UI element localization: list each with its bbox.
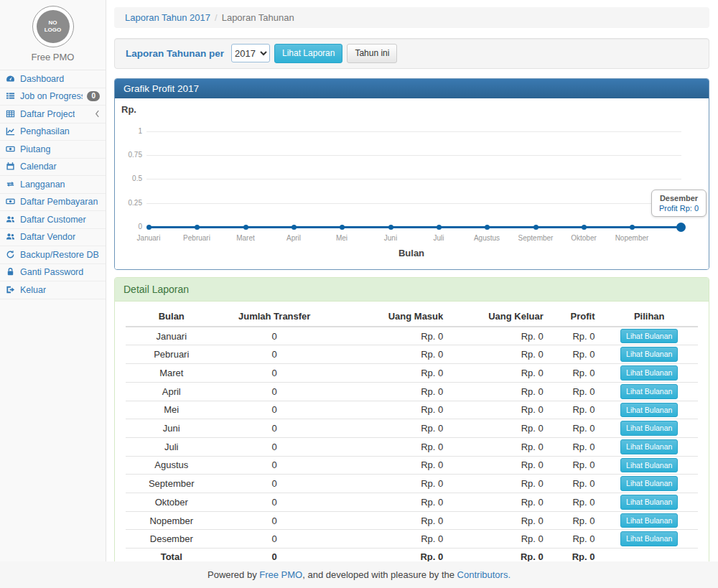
table-header-row: Bulan Jumlah Transfer Uang Masuk Uang Ke… [126, 307, 698, 327]
data-point-juni[interactable] [388, 225, 393, 230]
data-point-september[interactable] [533, 225, 538, 230]
retweet-icon [6, 179, 16, 190]
col-uang-masuk: Uang Masuk [332, 307, 449, 327]
cell-profit: Rp. 0 [549, 530, 601, 549]
cell-bulan: April [126, 382, 218, 401]
breadcrumb-separator: / [215, 12, 218, 23]
sidebar-item-label: Daftar Pembayaran [20, 197, 98, 207]
sidebar-item-daftar-vendor[interactable]: Daftar Vendor [0, 229, 106, 247]
logo-text: NO LOGO [45, 19, 62, 33]
cell-jumlah: 0 [218, 530, 332, 549]
y-tick: 1 [115, 127, 142, 135]
sidebar-item-keluar[interactable]: Keluar [0, 281, 106, 299]
data-point-juli[interactable] [437, 225, 442, 230]
cell-masuk: Rp. 0 [332, 493, 449, 511]
sidebar-item-piutang[interactable]: Piutang [0, 141, 106, 159]
data-point-mei[interactable] [340, 225, 345, 230]
lihat-bulanan-button[interactable]: Lihat Bulanan [620, 531, 678, 546]
lihat-bulanan-button[interactable]: Lihat Bulanan [620, 458, 678, 473]
data-point-nopember[interactable] [630, 225, 635, 230]
tooltip-value: Profit Rp: 0 [659, 204, 699, 213]
sidebar-item-label: Piutang [20, 144, 50, 154]
lihat-bulanan-button[interactable]: Lihat Bulanan [620, 495, 678, 510]
cell-keluar: Rp. 0 [449, 345, 549, 364]
users-icon [6, 232, 16, 242]
y-axis-title: Rp. [121, 104, 136, 115]
profit-series-line [149, 226, 681, 228]
sidebar-item-label: Daftar Vendor [20, 232, 75, 242]
filter-label: Laporan Tahunan per [126, 48, 224, 59]
y-tick: 0.25 [115, 199, 142, 207]
sidebar-item-calendar[interactable]: Calendar [0, 159, 106, 177]
footer-link-contributors[interactable]: Contributors. [457, 569, 510, 580]
users-icon [6, 215, 16, 225]
cell-bulan: September [126, 475, 218, 493]
lihat-bulanan-button[interactable]: Lihat Bulanan [620, 403, 678, 418]
sidebar-item-job-on-progress[interactable]: Job on Progress 0 [0, 88, 106, 106]
logo-area: NO LOGO Free PMO [0, 0, 106, 70]
lihat-bulanan-button[interactable]: Lihat Bulanan [620, 384, 678, 399]
lihat-bulanan-button[interactable]: Lihat Bulanan [620, 347, 678, 362]
sidebar: NO LOGO Free PMO Dashboard Job on Progre… [0, 0, 106, 561]
sidebar-item-ganti-password[interactable]: Ganti Password [0, 264, 106, 282]
sidebar-item-dashboard[interactable]: Dashboard [0, 70, 106, 88]
lihat-bulanan-button[interactable]: Lihat Bulanan [620, 476, 678, 491]
x-tick: Nopember [603, 234, 661, 242]
cell-profit: Rp. 0 [549, 401, 601, 419]
year-select[interactable]: 2017 [231, 44, 270, 62]
lihat-laporan-button[interactable]: Lihat Laporan [274, 44, 342, 63]
lihat-bulanan-button[interactable]: Lihat Bulanan [620, 439, 678, 454]
refresh-icon [6, 250, 16, 260]
cell-masuk: Rp. 0 [332, 475, 449, 493]
data-point-maret[interactable] [243, 225, 248, 230]
col-uang-keluar: Uang Keluar [449, 307, 549, 327]
sidebar-item-penghasilan[interactable]: Penghasilan [0, 123, 106, 141]
breadcrumb: Laporan Tahun 2017/Laporan Tahunan [114, 7, 709, 28]
cell-jumlah: 0 [218, 345, 332, 364]
cell-jumlah: 0 [218, 475, 332, 493]
cell-bulan: Pebruari [126, 345, 218, 364]
sidebar-item-langganan[interactable]: Langganan [0, 176, 106, 194]
data-point-agustus[interactable] [485, 225, 490, 230]
cell-bulan: Maret [126, 364, 218, 383]
breadcrumb-current: Laporan Tahunan [222, 12, 294, 23]
cell-profit: Rp. 0 [549, 419, 601, 438]
dashboard-icon [6, 74, 16, 84]
data-point-oktober[interactable] [582, 225, 587, 230]
sidebar-item-daftar-pembayaran[interactable]: Daftar Pembayaran [0, 194, 106, 212]
cell-bulan: Juni [126, 419, 218, 438]
breadcrumb-link-laporan-tahun[interactable]: Laporan Tahun 2017 [125, 12, 210, 23]
x-axis-title: Bulan [354, 248, 469, 258]
cell-jumlah: 0 [218, 456, 332, 475]
col-bulan: Bulan [126, 307, 218, 327]
y-tick: 0 [115, 223, 142, 230]
lihat-bulanan-button[interactable]: Lihat Bulanan [620, 365, 678, 381]
data-point-januari[interactable] [146, 225, 151, 230]
footer-link-free-pmo[interactable]: Free PMO [259, 569, 302, 580]
line-chart-icon [6, 126, 16, 136]
lihat-bulanan-button[interactable]: Lihat Bulanan [620, 513, 678, 528]
sidebar-item-label: Dashboard [20, 74, 64, 84]
money-icon [6, 144, 16, 154]
sidebar-item-daftar-customer[interactable]: Daftar Customer [0, 211, 106, 229]
sidebar-item-daftar-project[interactable]: Daftar Project [0, 106, 106, 123]
data-point-april[interactable] [292, 225, 297, 230]
col-profit: Profit [549, 307, 601, 327]
logo: NO LOGO [32, 6, 74, 47]
lihat-bulanan-button[interactable]: Lihat Bulanan [620, 329, 678, 344]
data-point-desember[interactable] [676, 223, 686, 232]
table-row: Desember 0 Rp. 0 Rp. 0 Rp. 0 Lihat Bulan… [126, 530, 698, 549]
cell-masuk: Rp. 0 [332, 382, 449, 401]
tahun-ini-button[interactable]: Tahun ini [347, 44, 397, 63]
sidebar-item-backup-restore[interactable]: Backup/Restore DB [0, 246, 106, 264]
footer-text-prefix: Powered by [208, 569, 259, 580]
cell-keluar: Rp. 0 [449, 382, 549, 401]
data-point-pebruari[interactable] [195, 225, 200, 230]
cell-profit: Rp. 0 [549, 493, 601, 511]
cell-jumlah: 0 [218, 493, 332, 511]
cell-bulan: Nopember [126, 511, 218, 530]
cell-jumlah: 0 [218, 401, 332, 419]
sidebar-item-label: Langganan [20, 179, 65, 190]
table-row: Nopember 0 Rp. 0 Rp. 0 Rp. 0 Lihat Bulan… [126, 511, 698, 530]
lihat-bulanan-button[interactable]: Lihat Bulanan [620, 421, 678, 436]
